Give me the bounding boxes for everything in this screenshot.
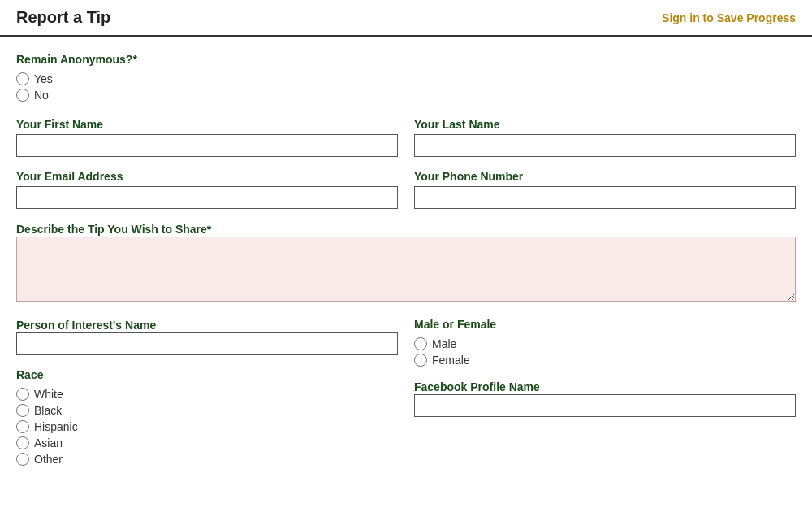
page-title: Report a Tip xyxy=(16,8,110,27)
race-hispanic-option[interactable]: Hispanic xyxy=(16,420,398,433)
facebook-section: Facebook Profile Name xyxy=(414,380,796,417)
race-radio-group: White Black Hispanic Asian xyxy=(16,388,398,466)
gender-label: Male or Female xyxy=(414,318,796,331)
race-other-label: Other xyxy=(34,453,63,466)
first-name-input[interactable] xyxy=(16,134,398,157)
first-name-group: Your First Name xyxy=(16,118,398,157)
tip-section: Describe the Tip You Wish to Share* xyxy=(16,222,796,305)
person-name-label: Person of Interest's Name xyxy=(16,319,156,332)
anonymous-label: Remain Anonymous?* xyxy=(16,53,796,66)
person-name-group: Person of Interest's Name xyxy=(16,318,398,355)
race-white-option[interactable]: White xyxy=(16,388,398,401)
anonymous-yes-radio[interactable] xyxy=(16,72,29,85)
gender-section: Male or Female Male Female xyxy=(414,318,796,367)
anonymous-no-option[interactable]: No xyxy=(16,89,796,102)
gender-female-radio[interactable] xyxy=(414,354,427,367)
contact-row: Your Email Address Your Phone Number xyxy=(16,170,796,209)
race-asian-label: Asian xyxy=(34,436,63,449)
tip-textarea[interactable] xyxy=(16,237,796,302)
race-asian-option[interactable]: Asian xyxy=(16,436,398,449)
anonymous-yes-option[interactable]: Yes xyxy=(16,72,796,85)
facebook-input[interactable] xyxy=(414,394,796,417)
anonymous-section: Remain Anonymous?* Yes No xyxy=(16,53,796,102)
gender-female-option[interactable]: Female xyxy=(414,354,796,367)
person-name-input[interactable] xyxy=(16,332,398,355)
name-row: Your First Name Your Last Name xyxy=(16,118,796,157)
gender-male-radio[interactable] xyxy=(414,337,427,350)
phone-label: Your Phone Number xyxy=(414,170,796,183)
lower-section: Person of Interest's Name Race White Bla… xyxy=(16,318,796,466)
race-black-label: Black xyxy=(34,404,62,417)
phone-input[interactable] xyxy=(414,186,796,209)
race-black-option[interactable]: Black xyxy=(16,404,398,417)
race-hispanic-radio[interactable] xyxy=(16,420,29,433)
email-input[interactable] xyxy=(16,186,398,209)
tip-label: Describe the Tip You Wish to Share* xyxy=(16,223,211,236)
race-white-label: White xyxy=(34,388,63,401)
gender-radio-group: Male Female xyxy=(414,337,796,367)
form-container: Remain Anonymous?* Yes No Your First Nam… xyxy=(0,37,812,495)
gender-male-option[interactable]: Male xyxy=(414,337,796,350)
gender-female-label: Female xyxy=(432,354,470,367)
page-header: Report a Tip Sign in to Save Progress xyxy=(0,0,812,37)
race-other-option[interactable]: Other xyxy=(16,453,398,466)
race-section: Race White Black Hispanic xyxy=(16,368,398,466)
race-white-radio[interactable] xyxy=(16,388,29,401)
race-hispanic-label: Hispanic xyxy=(34,420,78,433)
email-group: Your Email Address xyxy=(16,170,398,209)
race-black-radio[interactable] xyxy=(16,404,29,417)
anonymous-radio-group: Yes No xyxy=(16,72,796,102)
left-column: Person of Interest's Name Race White Bla… xyxy=(16,318,398,466)
race-label: Race xyxy=(16,368,398,381)
phone-group: Your Phone Number xyxy=(414,170,796,209)
anonymous-yes-label: Yes xyxy=(34,72,53,85)
race-other-radio[interactable] xyxy=(16,453,29,466)
gender-male-label: Male xyxy=(432,337,456,350)
facebook-label: Facebook Profile Name xyxy=(414,380,540,393)
email-label: Your Email Address xyxy=(16,170,398,183)
anonymous-no-radio[interactable] xyxy=(16,89,29,102)
right-column: Male or Female Male Female Facebook Prof… xyxy=(414,318,796,417)
sign-in-link[interactable]: Sign in to Save Progress xyxy=(662,11,796,24)
first-name-label: Your First Name xyxy=(16,118,398,131)
last-name-group: Your Last Name xyxy=(414,118,796,157)
last-name-input[interactable] xyxy=(414,134,796,157)
anonymous-no-label: No xyxy=(34,89,49,102)
last-name-label: Your Last Name xyxy=(414,118,796,131)
race-asian-radio[interactable] xyxy=(16,436,29,449)
